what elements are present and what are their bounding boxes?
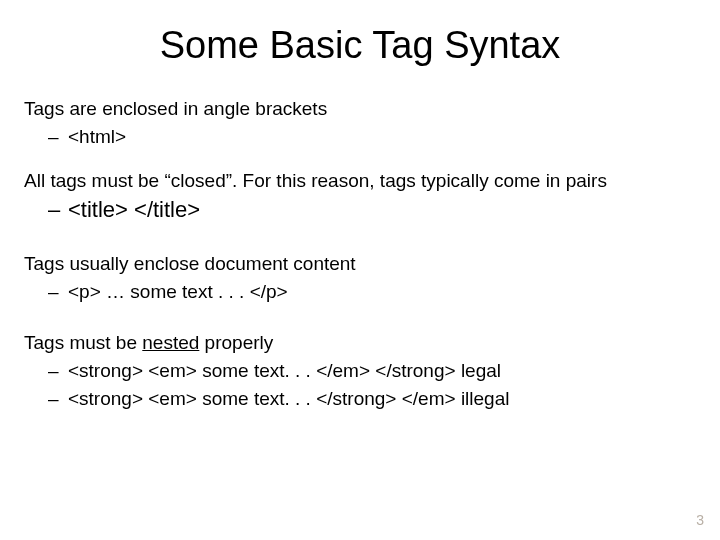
slide-title: Some Basic Tag Syntax <box>24 24 696 67</box>
lead-text-underlined: nested <box>142 332 199 353</box>
lead-text-post: properly <box>199 332 273 353</box>
page-number: 3 <box>696 512 704 528</box>
section-closed-tags: All tags must be “closed”. For this reas… <box>24 169 696 224</box>
section-lead: Tags usually enclose document content <box>24 252 696 276</box>
section-lead: All tags must be “closed”. For this reas… <box>24 169 696 193</box>
section-angle-brackets: Tags are enclosed in angle brackets <htm… <box>24 97 696 149</box>
slide: Some Basic Tag Syntax Tags are enclosed … <box>0 0 720 540</box>
bullet-item: <html> <box>24 125 696 149</box>
slide-body: Tags are enclosed in angle brackets <htm… <box>24 97 696 411</box>
section-nested: Tags must be nested properly <strong> <e… <box>24 331 696 410</box>
bullet-item-illegal: <strong> <em> some text. . . </strong> <… <box>24 387 696 411</box>
section-enclose-content: Tags usually enclose document content <p… <box>24 252 696 304</box>
bullet-item: <p> … some text . . . </p> <box>24 280 696 304</box>
bullet-item: <title> </title> <box>24 196 696 224</box>
section-lead: Tags must be nested properly <box>24 331 696 355</box>
section-lead: Tags are enclosed in angle brackets <box>24 97 696 121</box>
bullet-item-legal: <strong> <em> some text. . . </em> </str… <box>24 359 696 383</box>
lead-text-pre: Tags must be <box>24 332 142 353</box>
